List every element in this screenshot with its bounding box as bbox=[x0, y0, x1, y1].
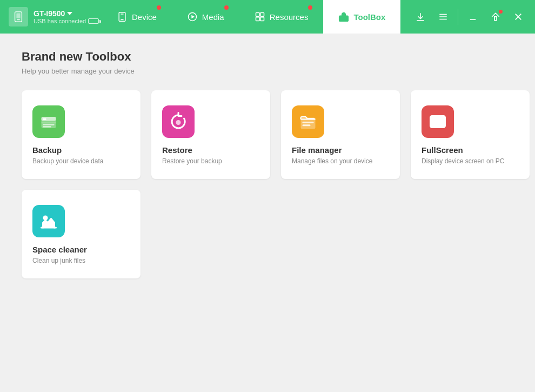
device-info-section: GT-I9500 USB has connected bbox=[4, 7, 102, 26]
svg-rect-9 bbox=[260, 13, 264, 17]
topbar-right-controls bbox=[410, 6, 531, 27]
svg-rect-26 bbox=[43, 124, 55, 125]
tab-resources[interactable]: Resources bbox=[239, 0, 324, 34]
topbar-divider bbox=[458, 9, 458, 25]
svg-marker-7 bbox=[191, 15, 195, 19]
tab-device[interactable]: Device bbox=[102, 0, 172, 34]
svg-rect-1 bbox=[16, 14, 20, 18]
main-content: Brand new Toolbox Help you better manage… bbox=[0, 34, 535, 392]
restore-desc: Restore your backup bbox=[162, 157, 222, 166]
device-name[interactable]: GT-I9500 bbox=[34, 9, 99, 18]
fullscreen-desc: Display device screen on PC bbox=[422, 157, 504, 166]
minimize-button[interactable] bbox=[463, 6, 483, 27]
svg-rect-27 bbox=[43, 126, 51, 127]
close-button[interactable] bbox=[508, 6, 529, 27]
device-icon bbox=[9, 7, 28, 26]
device-status: USB has connected bbox=[34, 18, 99, 24]
restore-card[interactable]: Restore Restore your backup bbox=[151, 90, 270, 179]
file-manager-icon bbox=[292, 105, 324, 138]
svg-rect-24 bbox=[43, 118, 46, 120]
backup-card[interactable]: Backup Backup your device data bbox=[22, 90, 141, 179]
fullscreen-card[interactable]: FullScreen Display device screen on PC bbox=[411, 90, 530, 179]
page-title: Brand new Toolbox bbox=[22, 50, 513, 64]
tab-media[interactable]: Media bbox=[172, 0, 239, 34]
nav-tabs: Device Media Resources bbox=[102, 0, 410, 34]
svg-rect-19 bbox=[494, 17, 497, 21]
backup-icon bbox=[32, 105, 65, 138]
battery-icon bbox=[88, 18, 99, 24]
menu-button[interactable] bbox=[433, 6, 453, 27]
restore-icon bbox=[162, 105, 195, 138]
svg-point-33 bbox=[44, 216, 47, 220]
space-cleaner-desc: Clean up junk files bbox=[32, 256, 85, 265]
device-badge bbox=[157, 5, 161, 10]
home-button[interactable] bbox=[485, 6, 506, 27]
download-button[interactable] bbox=[410, 6, 431, 27]
home-notification-dot bbox=[499, 10, 503, 14]
backup-title: Backup bbox=[32, 145, 62, 155]
space-cleaner-title: Space cleaner bbox=[32, 245, 87, 254]
restore-title: Restore bbox=[162, 145, 192, 155]
device-details: GT-I9500 USB has connected bbox=[34, 9, 99, 24]
fullscreen-icon bbox=[422, 105, 454, 138]
backup-desc: Backup your device data bbox=[32, 157, 103, 166]
file-manager-card[interactable]: File manager Manage files on your device bbox=[281, 90, 400, 179]
svg-rect-10 bbox=[256, 17, 259, 21]
svg-rect-31 bbox=[303, 124, 311, 126]
file-manager-desc: Manage files on your device bbox=[292, 157, 372, 166]
fullscreen-title: FullScreen bbox=[422, 145, 463, 155]
svg-rect-25 bbox=[42, 123, 56, 124]
page-subtitle: Help you better manage your device bbox=[22, 67, 513, 75]
resources-badge bbox=[308, 5, 312, 10]
svg-point-28 bbox=[176, 120, 181, 125]
tools-grid: Backup Backup your device data Restore R… bbox=[22, 90, 513, 278]
space-cleaner-icon bbox=[32, 205, 65, 237]
space-cleaner-card[interactable]: Space cleaner Clean up junk files bbox=[22, 190, 141, 278]
media-badge bbox=[224, 5, 229, 10]
topbar: GT-I9500 USB has connected Device bbox=[0, 0, 535, 34]
svg-rect-11 bbox=[260, 17, 264, 21]
svg-rect-3 bbox=[119, 12, 125, 22]
tab-toolbox[interactable]: ToolBox bbox=[323, 0, 400, 34]
svg-rect-8 bbox=[256, 13, 259, 17]
file-manager-title: File manager bbox=[292, 145, 342, 155]
svg-rect-30 bbox=[303, 122, 314, 123]
